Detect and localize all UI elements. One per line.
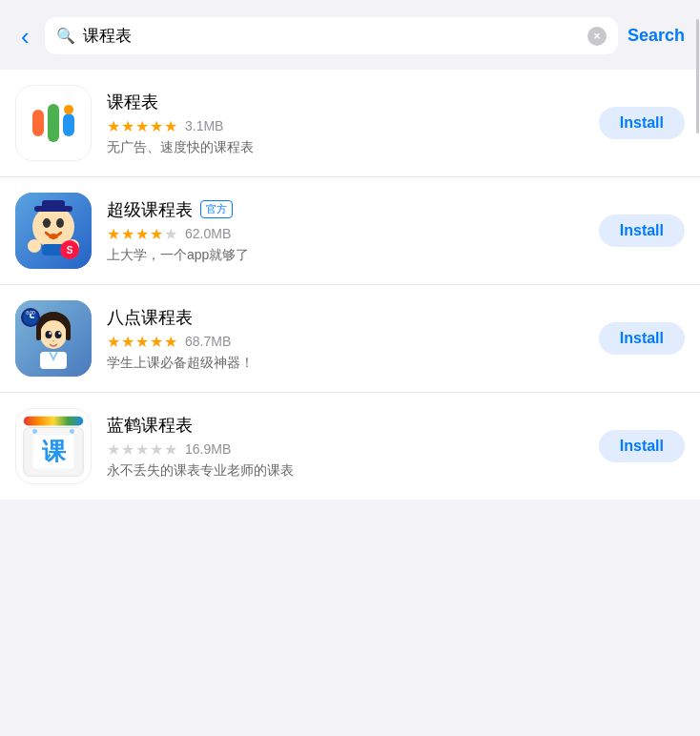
- app-icon-super[interactable]: S: [15, 193, 92, 269]
- clear-button[interactable]: ×: [587, 27, 607, 46]
- star-2: ★: [121, 440, 134, 459]
- app-size-badians: 68.7MB: [185, 334, 231, 349]
- app-item-kebiao: 课程表 ★ ★ ★ ★ ★ 3.1MB 无广告、速度快的课程表 Install: [0, 70, 700, 177]
- search-icon: 🔍: [56, 27, 75, 45]
- app-info-super: 超级课程表 官方 ★ ★ ★ ★ ★ 62.0MB 上大学，一个app就够了: [107, 198, 584, 264]
- app-name: 课程表: [107, 91, 158, 113]
- app-name-badians: 八点课程表: [107, 306, 193, 329]
- star-3: ★: [135, 117, 149, 135]
- app-desc-badians: 学生上课必备超级神器！: [107, 355, 584, 372]
- install-button-super[interactable]: Install: [599, 215, 685, 247]
- svg-rect-32: [24, 417, 83, 426]
- svg-point-8: [49, 234, 58, 239]
- svg-point-23: [49, 332, 51, 334]
- star-1: ★: [107, 225, 120, 243]
- app-size-super: 62.0MB: [185, 226, 231, 241]
- svg-rect-10: [42, 200, 65, 210]
- star-4: ★: [150, 225, 163, 243]
- app-desc-lanhe: 永不丢失的课表专业老师的课表: [107, 462, 584, 480]
- app-icon-lanhe[interactable]: 课: [15, 408, 92, 484]
- app-info-lanhe: 蓝鹤课程表 ★ ★ ★ ★ ★ 16.9MB 永不丢失的课表专业老师的课表: [107, 414, 584, 480]
- star-5: ★: [164, 440, 177, 459]
- stars-super: ★ ★ ★ ★ ★: [107, 225, 177, 243]
- app-name-row-lanhe: 蓝鹤课程表: [107, 414, 584, 437]
- header: ‹ 🔍 课程表 × Search: [0, 0, 700, 66]
- svg-rect-0: [32, 110, 44, 136]
- star-4: ★: [150, 333, 163, 351]
- star-1: ★: [107, 333, 120, 351]
- app-info-badians: 八点课程表 ★ ★ ★ ★ ★ 68.7MB 学生上课必备超级神器！: [107, 306, 584, 372]
- app-name-super: 超级课程表: [107, 198, 193, 221]
- app-item-super: S 超级课程表 官方 ★ ★ ★ ★ ★ 62.0MB 上大学，一个app就够了…: [0, 177, 700, 285]
- star-5: ★: [164, 225, 177, 243]
- star-3: ★: [135, 333, 149, 351]
- app-rating-row-super: ★ ★ ★ ★ ★ 62.0MB: [107, 225, 584, 243]
- star-1: ★: [107, 117, 120, 135]
- official-badge: 官方: [200, 200, 233, 218]
- svg-rect-2: [63, 113, 74, 136]
- app-name-row: 课程表: [107, 91, 584, 113]
- app-name-lanhe: 蓝鹤课程表: [107, 414, 193, 437]
- install-button-kebiao[interactable]: Install: [599, 107, 685, 139]
- lanhe-icon-svg: 课: [16, 408, 91, 484]
- search-input[interactable]: 课程表: [83, 25, 580, 47]
- star-5: ★: [164, 117, 177, 135]
- star-4: ★: [150, 440, 163, 459]
- svg-point-18: [40, 320, 67, 349]
- app-name-row-super: 超级课程表 官方: [107, 198, 584, 221]
- stars-badians: ★ ★ ★ ★ ★: [107, 333, 177, 351]
- scrollbar-thumb[interactable]: [696, 19, 699, 133]
- svg-point-7: [56, 218, 64, 228]
- back-button[interactable]: ‹: [15, 20, 35, 52]
- svg-point-37: [70, 429, 74, 434]
- star-3: ★: [135, 225, 149, 243]
- app-list: 课程表 ★ ★ ★ ★ ★ 3.1MB 无广告、速度快的课程表 Install: [0, 70, 700, 500]
- star-3: ★: [135, 440, 149, 459]
- app-rating-row: ★ ★ ★ ★ ★ 3.1MB: [107, 117, 584, 135]
- app-info-kebiao: 课程表 ★ ★ ★ ★ ★ 3.1MB 无广告、速度快的课程表: [107, 91, 584, 156]
- star-5: ★: [164, 333, 177, 351]
- install-button-lanhe[interactable]: Install: [599, 430, 685, 462]
- app-item-lanhe: 课 蓝鹤课程表 ★ ★ ★ ★ ★ 16.9MB 永不丢失的课表专业老师的课: [0, 393, 700, 500]
- stars: ★ ★ ★ ★ ★: [107, 117, 177, 135]
- app-icon-badians[interactable]: 8:00: [15, 300, 92, 377]
- svg-text:S: S: [67, 245, 73, 256]
- svg-rect-19: [36, 327, 41, 340]
- kebiao-icon-svg: [25, 94, 82, 152]
- app-desc-super: 上大学，一个app就够了: [107, 247, 584, 264]
- search-button[interactable]: Search: [628, 26, 685, 46]
- svg-point-3: [64, 105, 73, 114]
- super-icon-svg: S: [15, 193, 92, 269]
- svg-text:课: 课: [42, 438, 67, 464]
- star-4: ★: [150, 117, 163, 135]
- star-1: ★: [107, 440, 120, 459]
- star-2: ★: [121, 225, 134, 243]
- star-2: ★: [121, 333, 134, 351]
- svg-point-21: [46, 331, 52, 338]
- star-2: ★: [121, 117, 134, 135]
- search-bar: 🔍 课程表 ×: [45, 17, 618, 54]
- app-desc: 无广告、速度快的课程表: [107, 139, 584, 156]
- svg-point-22: [55, 331, 62, 338]
- svg-point-36: [32, 429, 37, 434]
- app-item-badians: 8:00 八点课程表 ★ ★ ★ ★ ★ 68.7MB 学生上课必备超级神器！: [0, 285, 700, 393]
- app-name-row-badians: 八点课程表: [107, 306, 584, 329]
- app-size-lanhe: 16.9MB: [185, 441, 231, 457]
- install-button-badians[interactable]: Install: [599, 322, 685, 355]
- svg-point-11: [28, 239, 41, 253]
- app-rating-row-badians: ★ ★ ★ ★ ★ 68.7MB: [107, 333, 584, 351]
- app-rating-row-lanhe: ★ ★ ★ ★ ★ 16.9MB: [107, 440, 584, 459]
- svg-rect-20: [66, 327, 71, 340]
- svg-point-24: [58, 332, 60, 334]
- stars-lanhe: ★ ★ ★ ★ ★: [107, 440, 177, 459]
- app-size: 3.1MB: [185, 118, 223, 133]
- badians-icon-svg: 8:00: [15, 300, 92, 377]
- svg-rect-1: [48, 104, 59, 142]
- app-icon-kebiao[interactable]: [15, 85, 92, 161]
- scrollbar-track: [696, 0, 700, 736]
